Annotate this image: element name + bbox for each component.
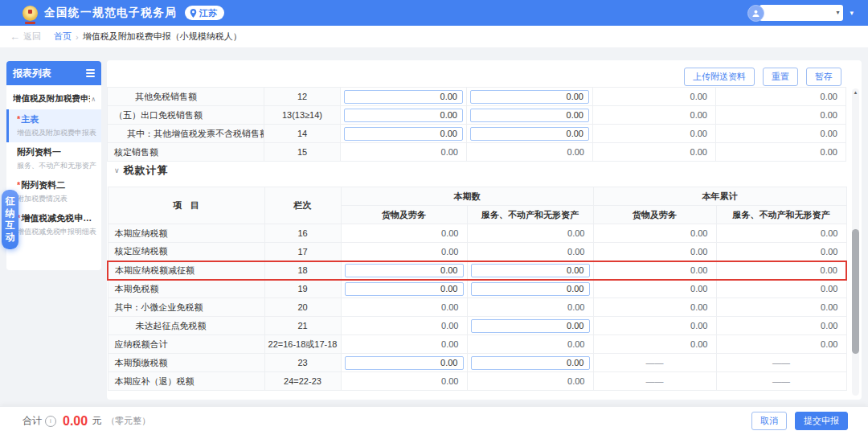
amount-input[interactable] bbox=[345, 282, 464, 296]
submit-declaration-button[interactable]: 提交申报 bbox=[795, 412, 848, 430]
amount-input[interactable] bbox=[471, 264, 590, 277]
app-screen: 全国统一规范电子税务局 江苏 ▾ ▾ ← 返回 首页 › 增值税及附加税费申报（… bbox=[0, 0, 868, 435]
readonly-amount-cell: 0.00 bbox=[716, 243, 846, 261]
amount-input[interactable] bbox=[470, 127, 589, 141]
bottom-actions: 取消 提交申报 bbox=[751, 412, 848, 430]
row-label: 本期应纳税额 bbox=[108, 224, 264, 243]
row-label: 本期预缴税额 bbox=[108, 354, 264, 372]
amount-input[interactable] bbox=[345, 264, 464, 277]
amount-cell bbox=[467, 106, 593, 125]
back-button[interactable]: 返回 bbox=[23, 31, 41, 43]
user-area: ▾ ▾ bbox=[747, 5, 854, 22]
upload-attachment-button[interactable]: 上传附送资料 bbox=[684, 68, 755, 86]
table-row: 未达起征点免税额210.000.000.00 bbox=[108, 317, 846, 335]
table-row: 本期应补（退）税额24=22-230.000.00———— bbox=[108, 372, 846, 391]
row-label: 其中：小微企业免税额 bbox=[108, 298, 264, 317]
amount-cell bbox=[341, 88, 467, 106]
amount-input[interactable] bbox=[470, 90, 589, 104]
scrollbar-thumb[interactable] bbox=[852, 229, 859, 354]
form-toolbar: 上传附送资料 重置 暂存 bbox=[684, 68, 841, 86]
readonly-amount-cell: 0.00 bbox=[716, 335, 846, 354]
row-label: 本期免税额 bbox=[108, 280, 264, 298]
sidebar-item-appendix-1[interactable]: 附列资料一服务、不动产和无形资产扣.. bbox=[6, 142, 101, 175]
sidebar-item-label: 附列资料一 bbox=[17, 146, 96, 158]
readonly-amount-cell: 0.00 bbox=[341, 143, 467, 162]
readonly-amount-cell: 0.00 bbox=[716, 261, 846, 280]
region-label: 江苏 bbox=[199, 7, 217, 19]
table-row: 本期预缴税额23———— bbox=[108, 354, 846, 372]
interaction-float-tab[interactable]: 征纳互动 bbox=[2, 190, 18, 249]
amount-input[interactable] bbox=[470, 109, 589, 122]
readonly-amount-cell: 0.00 bbox=[716, 280, 846, 298]
back-arrow-icon[interactable]: ← bbox=[10, 31, 20, 43]
amount-input[interactable] bbox=[345, 356, 464, 370]
row-column-number: 15 bbox=[264, 143, 341, 162]
readonly-amount-cell: 0.00 bbox=[593, 261, 716, 280]
table-row: 其中：其他增值税发票不含税销售额140.000.00 bbox=[108, 125, 846, 143]
not-applicable-cell: —— bbox=[716, 354, 846, 372]
amount-input[interactable] bbox=[344, 127, 463, 141]
sidebar-item-main-form[interactable]: *主表增值税及附加税费申报表 bbox=[6, 109, 101, 142]
row-column-number: 16 bbox=[264, 224, 341, 243]
topbar-dropdown-caret-icon[interactable]: ▾ bbox=[850, 9, 854, 17]
amount-input[interactable] bbox=[344, 109, 463, 122]
row-column-number: 22=16-18或17-18 bbox=[264, 335, 341, 354]
readonly-amount-cell: 0.00 bbox=[716, 298, 846, 317]
chevron-down-icon: ∨ bbox=[114, 166, 120, 174]
readonly-amount-cell: 0.00 bbox=[341, 372, 467, 391]
location-pin-icon bbox=[190, 9, 197, 18]
table-row: 应纳税额合计22=16-18或17-180.000.000.000.00 bbox=[108, 335, 846, 354]
sidebar-group[interactable]: 增值税及附加税费申报... ∧ bbox=[6, 85, 101, 109]
amount-cell bbox=[341, 106, 467, 125]
breadcrumb-current: 增值税及附加税费申报（小规模纳税人） bbox=[83, 31, 242, 43]
readonly-amount-cell: 0.00 bbox=[593, 335, 716, 354]
readonly-amount-cell: 0.00 bbox=[593, 280, 716, 298]
amount-input[interactable] bbox=[471, 356, 590, 370]
row-label: 其中：其他增值税发票不含税销售额 bbox=[108, 125, 264, 143]
amount-input[interactable] bbox=[471, 282, 590, 296]
amount-cell bbox=[467, 261, 593, 280]
readonly-amount-cell: 0.00 bbox=[593, 125, 716, 143]
row-column-number: 21 bbox=[264, 317, 341, 335]
scroll-up-arrow-icon[interactable]: ▲ bbox=[852, 90, 859, 95]
row-column-number: 12 bbox=[264, 88, 341, 106]
required-asterisk: * bbox=[17, 114, 20, 124]
reset-button[interactable]: 重置 bbox=[763, 68, 798, 86]
user-avatar-icon[interactable] bbox=[747, 5, 764, 22]
region-badge[interactable]: 江苏 bbox=[185, 6, 224, 20]
sidebar-title: 报表列表 bbox=[13, 67, 51, 80]
report-list-sidebar: 报表列表 增值税及附加税费申报... ∧ *主表增值税及附加税费申报表附列资料一… bbox=[6, 61, 101, 270]
header-current-period: 本期数 bbox=[341, 187, 593, 206]
breadcrumb-home-link[interactable]: 首页 bbox=[54, 31, 72, 43]
cancel-button[interactable]: 取消 bbox=[751, 412, 787, 430]
row-column-number: 19 bbox=[264, 280, 341, 298]
readonly-amount-cell: 0.00 bbox=[467, 298, 593, 317]
readonly-amount-cell: 0.00 bbox=[593, 143, 716, 162]
readonly-amount-cell: 0.00 bbox=[593, 243, 716, 261]
readonly-amount-cell: 0.00 bbox=[593, 88, 716, 106]
tax-calc-section-header[interactable]: ∨ 税款计算 bbox=[114, 163, 169, 178]
vertical-scrollbar[interactable]: ▲ bbox=[852, 88, 859, 396]
amount-input[interactable] bbox=[471, 319, 590, 333]
amount-cell bbox=[467, 317, 593, 335]
total-label: 合计 bbox=[23, 414, 42, 428]
readonly-amount-cell: 0.00 bbox=[467, 143, 593, 162]
section-title: 税款计算 bbox=[124, 163, 169, 178]
info-icon[interactable]: i bbox=[45, 416, 56, 427]
amount-input[interactable] bbox=[344, 90, 463, 104]
not-applicable-cell: —— bbox=[716, 372, 846, 391]
readonly-amount-cell: 0.00 bbox=[341, 317, 467, 335]
collapse-menu-icon[interactable] bbox=[86, 69, 95, 77]
national-emblem-icon bbox=[23, 6, 38, 21]
sidebar-item-vat-reduction-detail[interactable]: *增值税减免税申报明...增值税减免税申报明细表 bbox=[6, 208, 101, 241]
readonly-amount-cell: 0.00 bbox=[467, 224, 593, 243]
row-column-number: 14 bbox=[264, 125, 341, 143]
row-label: 本期应补（退）税额 bbox=[108, 372, 264, 391]
sidebar-item-subtitle: 增值税减免税申报明细表 bbox=[17, 227, 96, 237]
user-select[interactable]: ▾ bbox=[760, 5, 843, 21]
row-label: 核定应纳税额 bbox=[108, 243, 264, 261]
readonly-amount-cell: 0.00 bbox=[593, 224, 716, 243]
save-draft-button[interactable]: 暂存 bbox=[806, 68, 841, 86]
row-column-number: 24=22-23 bbox=[264, 372, 341, 391]
sidebar-item-appendix-2[interactable]: *附列资料二附加税费情况表 bbox=[6, 175, 101, 208]
